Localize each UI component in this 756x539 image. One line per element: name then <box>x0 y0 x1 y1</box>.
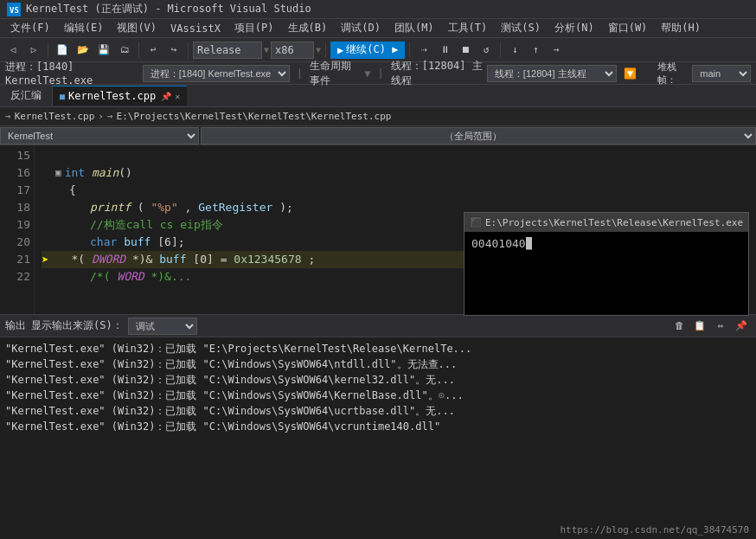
stop-button[interactable]: ⏹ <box>456 41 475 60</box>
vs-icon: VS <box>7 3 21 16</box>
process-select[interactable]: 进程：[1840] KernelTest.exe <box>143 65 290 82</box>
terminal-path: E:\Projects\KernelTest\Release\KernelTes… <box>485 217 743 228</box>
stack-select[interactable]: main <box>692 65 751 82</box>
step-into-button[interactable]: ↓ <box>505 41 524 60</box>
back-button[interactable]: ◁ <box>3 41 22 60</box>
file-left: KernelTest.cpp <box>15 111 95 122</box>
open-button[interactable]: 📂 <box>74 41 93 60</box>
output-line-3: "KernelTest.exe" (Win32)：已加载 "C:\Windows… <box>5 372 751 388</box>
step-out-button[interactable]: ↑ <box>526 41 545 60</box>
menu-item[interactable]: 调试(D) <box>334 19 388 37</box>
debug-toolbar: 进程：[1840] KernelTest.exe 进程：[1840] Kerne… <box>0 62 756 85</box>
punct-paren: () <box>119 164 132 182</box>
forward-button[interactable]: ▷ <box>24 41 43 60</box>
output-line-1: "KernelTest.exe" (Win32)：已加载 "E:\Project… <box>5 341 751 356</box>
menu-item[interactable]: 测试(S) <box>494 19 548 37</box>
class-select[interactable]: KernelTest <box>0 127 199 144</box>
save-all-button[interactable]: 🗂 <box>115 41 134 60</box>
line-20-code: char buff [6]; <box>90 234 185 251</box>
current-arrow: ➤ <box>42 251 48 268</box>
line-15-content <box>55 147 62 164</box>
undo-button[interactable]: ↩ <box>144 41 163 60</box>
restart-button[interactable]: ↺ <box>477 41 496 60</box>
save-button[interactable]: 💾 <box>94 41 113 60</box>
run-to-cursor-button[interactable]: → <box>547 41 566 60</box>
line-18-code: printf ( "%p" , GetRegister ); <box>90 199 293 216</box>
play-icon: ▶ <box>337 44 343 56</box>
output-toolbar-buttons: 🗑 📋 ⇔ 📌 <box>670 317 751 336</box>
pause-button[interactable]: ⏸ <box>435 41 454 60</box>
line-22-code: /*( WORD *)&... <box>90 268 191 286</box>
separator2 <box>138 42 139 58</box>
stack-label: 堆栈帧： <box>657 61 689 87</box>
line-num-18: 18 <box>3 199 30 216</box>
output-line-6: "KernelTest.exe" (Win32)：已加载 "C:\Windows… <box>5 419 751 434</box>
menu-item[interactable]: 项目(P) <box>227 19 281 37</box>
output-toolbar: 输出 显示输出来源(S)： 调试 🗑 📋 ⇔ 📌 <box>0 315 756 337</box>
output-clear-button[interactable]: 🗑 <box>670 317 689 336</box>
comment-19: //构造call cs eip指令 <box>90 216 223 234</box>
tab-pin-icon: 📌 <box>161 92 171 101</box>
title-text: KernelTest (正在调试) - Microsoft Visual Stu… <box>26 2 311 16</box>
menu-item[interactable]: 窗口(W) <box>601 19 655 37</box>
menu-item[interactable]: 视图(V) <box>110 19 163 37</box>
output-line-2: "KernelTest.exe" (Win32)：已加载 "C:\Windows… <box>5 356 751 372</box>
platform-dropdown[interactable]: x86 <box>271 42 314 59</box>
line-numbers: 15 16 17 18 19 20 21 22 <box>0 145 35 314</box>
thread-label: 线程：[12804] 主线程 <box>391 59 484 88</box>
fold-icon-16[interactable]: ▣ <box>55 164 61 182</box>
menu-item[interactable]: 文件(F) <box>3 19 57 37</box>
redo-button[interactable]: ↪ <box>164 41 183 60</box>
config-dropdown[interactable]: Release <box>193 42 262 59</box>
tab-active[interactable]: ■ KernelTest.cpp 📌 ✕ <box>53 86 187 106</box>
continue-button[interactable]: ▶ 继续(C) ▶ <box>330 42 405 59</box>
getregister-var: GetRegister <box>198 201 272 214</box>
line-num-20: 20 <box>3 234 30 251</box>
tab-disasm[interactable]: 反汇编 <box>0 85 53 106</box>
watermark-text: https://blog.csdn.net/qq_38474570 <box>560 524 749 536</box>
menu-item[interactable]: VAssistX <box>163 21 227 36</box>
brace-open: { <box>69 182 76 199</box>
code-line-16: ▣ int main () <box>42 164 749 182</box>
menu-item[interactable]: 生成(B) <box>281 19 335 37</box>
line-num-21: 21 <box>3 251 30 268</box>
show-source-label: 显示输出来源(S)： <box>31 318 123 333</box>
step-over-button[interactable]: ⇢ <box>414 41 433 60</box>
separator <box>48 42 48 58</box>
menu-item[interactable]: 团队(M) <box>388 19 441 37</box>
output-source-select[interactable]: 调试 <box>128 318 197 335</box>
separator5 <box>409 42 410 58</box>
output-line-5: "KernelTest.exe" (Win32)：已加载 "C:\Windows… <box>5 403 751 419</box>
output-pin-button[interactable]: 📌 <box>732 317 751 336</box>
tab-close-button[interactable]: ✕ <box>175 92 180 101</box>
terminal-icon: ⬛ <box>470 216 482 228</box>
line-num-22: 22 <box>3 268 30 286</box>
terminal-body: 00401040_ <box>464 232 748 255</box>
line-num-16: 16 <box>3 164 30 182</box>
menu-item[interactable]: 分析(N) <box>548 19 601 37</box>
title-bar: VS KernelTest (正在调试) - Microsoft Visual … <box>0 0 756 19</box>
output-panel-label: 输出 <box>5 318 26 333</box>
continue-label: 继续(C) ▶ <box>346 42 398 57</box>
arrow-icon-left: → <box>5 111 11 122</box>
line-num-15: 15 <box>3 147 30 164</box>
arrow-icon-right: → <box>107 111 113 122</box>
output-copy-button[interactable]: 📋 <box>690 317 709 336</box>
menu-item[interactable]: 帮助(H) <box>654 19 708 37</box>
toolbar: ◁ ▷ 📄 📂 💾 🗂 ↩ ↪ Release ▼ x86 ▼ ▶ 继续(C) … <box>0 38 756 62</box>
process-label: 进程：[1840] KernelTest.exe <box>5 60 139 87</box>
fn-main: main <box>92 164 119 182</box>
menu-item[interactable]: 工具(T) <box>441 19 495 37</box>
svg-text:VS: VS <box>10 6 19 15</box>
new-file-button[interactable]: 📄 <box>53 41 72 60</box>
separator6 <box>500 42 501 58</box>
menu-item[interactable]: 编辑(E) <box>57 19 111 37</box>
code-line-17: { <box>42 182 749 199</box>
terminal-cursor: _ <box>526 237 533 250</box>
output-content: "KernelTest.exe" (Win32)：已加载 "E:\Project… <box>0 337 756 441</box>
scope-select[interactable]: （全局范围） <box>201 127 756 144</box>
output-word-wrap-button[interactable]: ⇔ <box>711 317 730 336</box>
function-bar: KernelTest （全局范围） <box>0 126 756 145</box>
printf-fn: printf <box>90 201 131 214</box>
thread-select[interactable]: 线程：[12804] 主线程 <box>487 65 617 82</box>
